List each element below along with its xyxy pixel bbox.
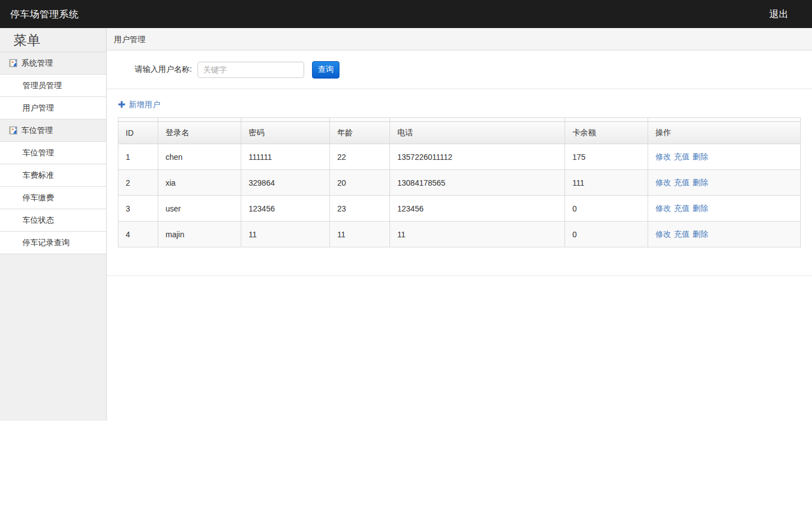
cell-balance: 175 [565, 144, 648, 170]
sidebar-item-user-management[interactable]: 用户管理 [0, 97, 106, 119]
cell-age: 23 [330, 196, 390, 222]
cell-password: 329864 [241, 170, 330, 196]
page-title: 用户管理 [114, 35, 145, 44]
col-header-login: 登录名 [158, 122, 241, 144]
sidebar-item-parking-space-management[interactable]: 车位管理 [0, 142, 106, 164]
delete-link[interactable]: 删除 [692, 204, 708, 213]
search-section: 请输入用户名称: 查询 [107, 50, 812, 89]
col-header-id: ID [118, 122, 158, 144]
search-label: 请输入用户名称: [135, 65, 192, 75]
menu-title: 菜单 [0, 28, 106, 52]
col-header-balance: 卡余额 [565, 122, 648, 144]
cell-actions: 修改充值删除 [648, 170, 801, 196]
sidebar-item-parking-record-query[interactable]: 停车记录查询 [0, 232, 106, 254]
sidebar-item-label: 车费标准 [22, 171, 54, 181]
cell-age: 22 [330, 144, 390, 170]
edit-link[interactable]: 修改 [655, 204, 671, 213]
table-row: 1 chen 111111 22 1357226011112 175 修改充值删… [118, 144, 801, 170]
app-title: 停车场管理系统 [10, 8, 79, 21]
search-input[interactable] [198, 62, 304, 78]
cell-login: user [158, 196, 241, 222]
sidebar-group-label: 车位管理 [21, 126, 53, 136]
recharge-link[interactable]: 充值 [674, 178, 690, 187]
cell-actions: 修改充值删除 [648, 196, 801, 222]
col-header-phone: 电话 [390, 122, 565, 144]
cell-login: xia [158, 170, 241, 196]
table-row: 2 xia 329864 20 13084178565 111 修改充值删除 [118, 170, 801, 196]
recharge-link[interactable]: 充值 [674, 152, 690, 161]
user-table: ID 登录名 密码 年龄 电话 卡余额 操作 1 chen 111111 22 [118, 117, 801, 247]
query-button[interactable]: 查询 [312, 61, 340, 79]
cell-password: 11 [241, 222, 330, 247]
broken-image-icon [9, 59, 17, 67]
cell-age: 11 [330, 222, 390, 247]
edit-link[interactable]: 修改 [655, 178, 671, 187]
delete-link[interactable]: 删除 [692, 229, 708, 238]
cell-phone: 123456 [390, 196, 565, 222]
plus-icon: ✚ [118, 100, 125, 109]
sidebar-item-admin-management[interactable]: 管理员管理 [0, 75, 106, 97]
sidebar-group-parking-management[interactable]: 车位管理 [0, 119, 106, 142]
cell-balance: 0 [565, 196, 648, 222]
sidebar-item-space-status[interactable]: 车位状态 [0, 209, 106, 232]
sidebar-item-label: 车位状态 [22, 215, 54, 226]
cell-phone: 13084178565 [390, 170, 565, 196]
content-divider [107, 275, 812, 276]
delete-link[interactable]: 删除 [692, 178, 708, 187]
recharge-link[interactable]: 充值 [674, 229, 690, 238]
sidebar-item-parking-payment[interactable]: 停车缴费 [0, 187, 106, 209]
top-navbar: 停车场管理系统 退出 [0, 0, 812, 28]
col-header-actions: 操作 [648, 122, 801, 144]
logout-button[interactable]: 退出 [769, 8, 788, 21]
content-area: ✚ 新增用户 ID 登录名 密码 年龄 电话 [107, 89, 812, 276]
cell-password: 111111 [241, 144, 330, 170]
cell-id: 2 [118, 170, 158, 196]
cell-balance: 111 [565, 170, 648, 196]
add-user-label: 新增用户 [129, 100, 160, 110]
sidebar-item-label: 用户管理 [22, 103, 54, 113]
cell-phone: 1357226011112 [390, 144, 565, 170]
sidebar-item-label: 管理员管理 [22, 81, 62, 91]
cell-balance: 0 [565, 222, 648, 247]
add-user-button[interactable]: ✚ 新增用户 [118, 100, 160, 110]
cell-age: 20 [330, 170, 390, 196]
broken-image-icon [9, 126, 17, 135]
table-row: 4 majin 11 11 11 0 修改充值删除 [118, 222, 801, 247]
table-header-row: ID 登录名 密码 年龄 电话 卡余额 操作 [118, 122, 801, 144]
sidebar-item-label: 停车缴费 [22, 193, 54, 203]
page-layout: 菜单 系统管理 管理员管理 用户管理 [0, 28, 812, 421]
cell-id: 1 [118, 144, 158, 170]
table-header-spacer [118, 118, 801, 122]
delete-link[interactable]: 删除 [692, 152, 708, 161]
sidebar-item-label: 车位管理 [22, 148, 54, 158]
sidebar-group-label: 系统管理 [21, 58, 53, 68]
cell-login: chen [158, 144, 241, 170]
sidebar-item-fee-standard[interactable]: 车费标准 [0, 164, 106, 187]
main-content: 用户管理 请输入用户名称: 查询 ✚ 新增用户 [107, 28, 812, 276]
col-header-password: 密码 [241, 122, 330, 144]
cell-actions: 修改充值删除 [648, 144, 801, 170]
cell-id: 4 [118, 222, 158, 247]
recharge-link[interactable]: 充值 [674, 204, 690, 213]
cell-actions: 修改充值删除 [648, 222, 801, 247]
edit-link[interactable]: 修改 [655, 152, 671, 161]
cell-id: 3 [118, 196, 158, 222]
cell-login: majin [158, 222, 241, 247]
col-header-age: 年龄 [330, 122, 390, 144]
breadcrumb: 用户管理 [107, 28, 812, 50]
sidebar-group-system-management[interactable]: 系统管理 [0, 52, 106, 75]
edit-link[interactable]: 修改 [655, 229, 671, 238]
cell-phone: 11 [390, 222, 565, 247]
sidebar: 菜单 系统管理 管理员管理 用户管理 [0, 28, 107, 421]
sidebar-item-label: 停车记录查询 [22, 238, 70, 248]
table-row: 3 user 123456 23 123456 0 修改充值删除 [118, 196, 801, 222]
cell-password: 123456 [241, 196, 330, 222]
